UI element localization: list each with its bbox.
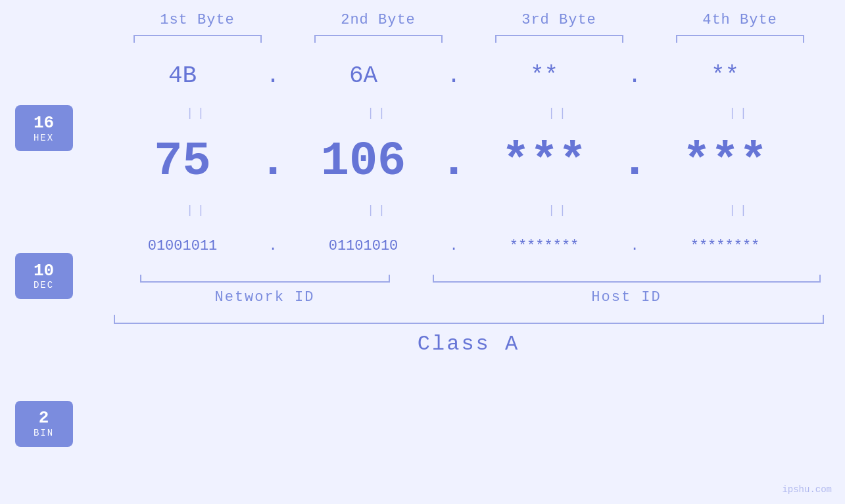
host-id-bracket: [423, 275, 831, 283]
eq-4: ||: [650, 106, 831, 120]
eq-2: ||: [288, 106, 469, 120]
bin-dot-2: .: [439, 238, 469, 254]
byte-header-3: 3rd Byte: [469, 12, 650, 28]
class-label-row: Class A: [107, 332, 831, 356]
eq-7: ||: [469, 204, 650, 217]
top-bracket-1: [107, 31, 288, 43]
hex-dot-2: .: [439, 62, 469, 89]
dec-row: 75 . 106 . *** . ***: [107, 122, 831, 201]
main-container: 1st Byte 2nd Byte 3rd Byte 4th Byte 16 H…: [0, 0, 845, 504]
host-id-label: Host ID: [423, 289, 831, 306]
bin-num: 2: [39, 409, 49, 428]
dec-badge: 10 DEC: [15, 253, 73, 299]
bin-b2: 01101010: [288, 238, 439, 254]
top-brackets-row: [0, 31, 845, 43]
bin-b4: ********: [650, 238, 801, 254]
dec-dot-2: .: [439, 135, 469, 189]
ip-rows-wrapper: 4B . 6A . ** . ** || || || || 75 . 106 .: [107, 48, 831, 504]
top-bracket-2: [288, 31, 469, 43]
class-label: Class A: [418, 332, 519, 356]
dec-b4: ***: [650, 135, 801, 189]
id-labels-row: Network ID Host ID: [107, 289, 831, 306]
hex-b4: **: [650, 62, 801, 89]
network-id-bracket: [107, 275, 423, 283]
hex-num: 16: [34, 114, 54, 133]
eq-5: ||: [107, 204, 288, 217]
bin-dot-3: .: [620, 238, 650, 254]
dec-b3: ***: [469, 135, 620, 189]
watermark: ipshu.com: [782, 484, 832, 495]
dec-b1: 75: [107, 135, 258, 189]
bin-b1: 01001011: [107, 238, 258, 254]
eq-1: ||: [107, 106, 288, 120]
eq-3: ||: [469, 106, 650, 120]
hex-b1: 4B: [107, 62, 258, 89]
eq-divider-dec-bin: || || || ||: [107, 201, 831, 219]
outer-bracket-line: [114, 315, 824, 324]
hex-label: HEX: [34, 133, 54, 143]
hex-badge: 16 HEX: [15, 105, 73, 151]
byte-header-1: 1st Byte: [107, 12, 288, 28]
byte-header-2: 2nd Byte: [288, 12, 469, 28]
dec-b2: 106: [288, 135, 439, 189]
bin-b3: ********: [469, 238, 620, 254]
top-bracket-3: [469, 31, 650, 43]
bin-bottom-brackets: [107, 275, 831, 283]
hex-b3: **: [469, 62, 620, 89]
hex-dot-3: .: [620, 62, 650, 89]
hex-dot-1: .: [258, 62, 288, 89]
eq-8: ||: [650, 204, 831, 217]
byte-headers-row: 1st Byte 2nd Byte 3rd Byte 4th Byte: [0, 0, 845, 28]
hex-b2: 6A: [288, 62, 439, 89]
base-labels-column: 16 HEX 10 DEC 2 BIN: [15, 48, 94, 504]
hex-row: 4B . 6A . ** . **: [107, 48, 831, 104]
dec-dot-1: .: [258, 135, 288, 189]
eq-6: ||: [288, 204, 469, 217]
byte-header-4: 4th Byte: [650, 12, 831, 28]
top-bracket-4: [650, 31, 831, 43]
network-id-label: Network ID: [107, 289, 423, 306]
bin-row: 01001011 . 01101010 . ******** . *******…: [107, 219, 831, 272]
outer-bracket-row: [107, 315, 831, 324]
eq-divider-hex-dec: || || || ||: [107, 104, 831, 122]
bin-label: BIN: [34, 428, 54, 438]
bin-dot-1: .: [258, 238, 288, 254]
dec-label: DEC: [34, 280, 54, 290]
bin-badge: 2 BIN: [15, 401, 73, 447]
dec-num: 10: [34, 262, 54, 281]
dec-dot-3: .: [620, 135, 650, 189]
